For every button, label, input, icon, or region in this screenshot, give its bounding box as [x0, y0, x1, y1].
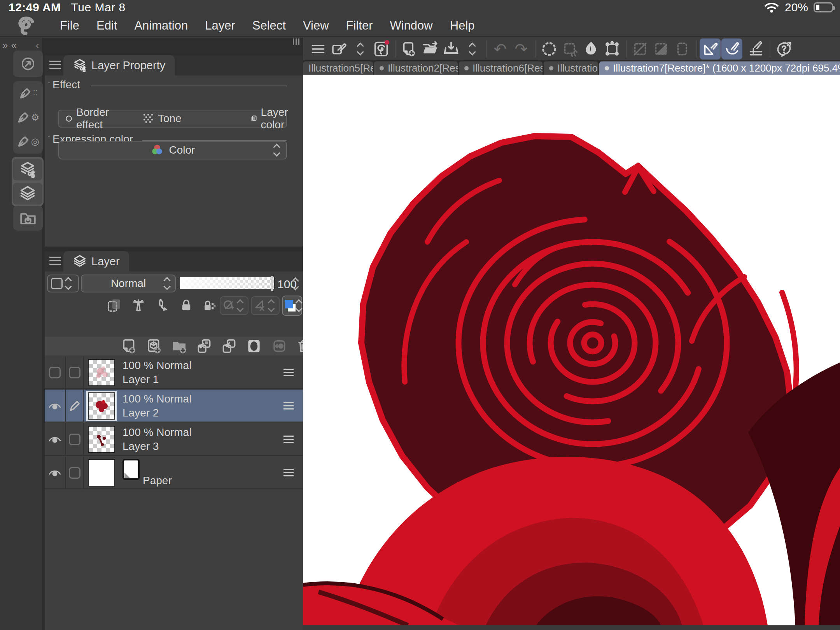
- layer-color-swatch-combo[interactable]: [282, 296, 302, 316]
- layer-property-menu-icon[interactable]: [49, 61, 61, 69]
- visibility-checkbox[interactable]: [49, 367, 61, 378]
- lock-transparent-pixels-icon[interactable]: [203, 298, 217, 312]
- layer-row-menu-icon[interactable]: [284, 469, 294, 476]
- layer-row-3[interactable]: 100 % Normal Layer 3: [45, 423, 303, 456]
- snap-to-ruler-button[interactable]: [700, 38, 721, 60]
- menu-layer[interactable]: Layer: [196, 19, 244, 33]
- dock-material-button[interactable]: [13, 206, 43, 231]
- collapse-left-icon[interactable]: «: [11, 39, 16, 51]
- layer-property-tab[interactable]: Layer Property: [63, 55, 175, 75]
- redo-button[interactable]: ↷: [511, 38, 532, 60]
- enable-mask-combo[interactable]: [220, 296, 248, 315]
- menu-file[interactable]: File: [51, 19, 88, 33]
- open-in-clip-studio-button[interactable]: [329, 38, 350, 60]
- tab-illustration2[interactable]: Illustration2[Res: [374, 61, 458, 75]
- launch-selection-button[interactable]: [560, 38, 581, 60]
- save-button[interactable]: [441, 38, 462, 60]
- dock-layer-button[interactable]: [13, 183, 42, 205]
- ruler-range-combo[interactable]: [251, 296, 280, 315]
- dock-layer-property-button[interactable]: [13, 159, 42, 180]
- dock-sub-tool-button[interactable]: ⁚⁚: [19, 87, 37, 100]
- selection-border-button[interactable]: [672, 38, 693, 60]
- expand-right-icon[interactable]: »: [2, 39, 7, 51]
- border-effect-button[interactable]: Border effect: [65, 106, 114, 131]
- layer-row-menu-icon[interactable]: [284, 369, 294, 376]
- save-expand-chevrons[interactable]: [462, 38, 483, 60]
- layer-row-menu-icon[interactable]: [284, 436, 294, 443]
- canvas[interactable]: [303, 75, 840, 625]
- panel-resize-handle[interactable]: [293, 38, 303, 45]
- opacity-chevrons-icon[interactable]: [293, 278, 298, 289]
- fill-tool-button[interactable]: [581, 38, 602, 60]
- create-layer-mask-icon[interactable]: [246, 338, 262, 354]
- layer-thumbnail[interactable]: [88, 392, 115, 420]
- transform-button[interactable]: [602, 38, 623, 60]
- tab-illustration5[interactable]: Illustration5[Res: [303, 61, 373, 75]
- new-canvas-button[interactable]: [399, 38, 420, 60]
- menu-help[interactable]: Help: [441, 19, 483, 33]
- eye-icon[interactable]: [48, 401, 61, 411]
- snap-to-grid-button[interactable]: [746, 38, 766, 60]
- layer-panel-tab[interactable]: Layer: [63, 251, 129, 271]
- main-menu-button[interactable]: [308, 38, 329, 60]
- toolbar-expand-chevrons[interactable]: [350, 38, 371, 60]
- command-bar: ↶ ↷: [303, 38, 840, 60]
- tone-button[interactable]: Tone: [142, 112, 182, 125]
- layer-row-paper[interactable]: Paper: [45, 457, 303, 489]
- clip-studio-paint-logo-icon[interactable]: [15, 16, 39, 36]
- apply-mask-icon[interactable]: [271, 338, 287, 354]
- menu-select[interactable]: Select: [244, 19, 294, 33]
- layer-row-1[interactable]: 100 % Normal Layer 1: [45, 356, 303, 389]
- eye-icon[interactable]: [48, 468, 61, 478]
- layer-thumbnail[interactable]: [88, 359, 115, 386]
- layer-color-button[interactable]: Layer color: [250, 106, 293, 131]
- dock-tool-property-button[interactable]: ⚙: [17, 111, 40, 124]
- blend-mode-dropdown[interactable]: Normal: [81, 275, 176, 292]
- clip-studio-paint-app: 12:49 AMTue Mar 8 20% File Edit Animatio…: [0, 0, 840, 630]
- dock-sub-tool-detail-button[interactable]: ◎: [17, 135, 39, 148]
- eye-icon[interactable]: [48, 434, 61, 444]
- select-checkbox[interactable]: [69, 367, 80, 378]
- collapse-panel-icon[interactable]: ‹: [36, 40, 39, 51]
- tab-illustration4[interactable]: Illustration4[Res: [544, 61, 598, 75]
- combo-chevrons-icon: [66, 278, 71, 289]
- layer-panel-menu-icon[interactable]: [49, 257, 61, 265]
- opacity-slider[interactable]: [180, 277, 275, 289]
- menu-animation[interactable]: Animation: [126, 19, 196, 33]
- layer-thumbnail[interactable]: [88, 426, 115, 453]
- undo-button[interactable]: ↶: [490, 38, 511, 60]
- open-file-button[interactable]: [420, 38, 441, 60]
- merge-with-lower-layer-icon[interactable]: [221, 338, 237, 354]
- snap-to-special-ruler-button[interactable]: [721, 38, 742, 60]
- transfer-to-lower-layer-icon[interactable]: [196, 338, 212, 354]
- document-area: ↶ ↷: [303, 38, 840, 630]
- clip-studio-app-button[interactable]: [371, 38, 392, 60]
- reference-layer-icon[interactable]: [155, 298, 170, 313]
- select-checkbox[interactable]: [69, 467, 80, 479]
- dock-quick-access-button[interactable]: [13, 51, 43, 77]
- tab-illustration6[interactable]: Illustration6[Res: [459, 61, 542, 75]
- new-raster-layer-icon[interactable]: [122, 338, 137, 354]
- menu-filter[interactable]: Filter: [338, 19, 382, 33]
- tab-illustration7-active[interactable]: Illustration7[Restore]* (1600 x 1200px 7…: [599, 61, 840, 75]
- paper-thumbnail[interactable]: [88, 459, 115, 486]
- menu-edit[interactable]: Edit: [88, 19, 126, 33]
- opacity-slider-handle[interactable]: [271, 276, 273, 291]
- draft-layer-icon[interactable]: [131, 298, 146, 313]
- lock-layer-icon[interactable]: [179, 298, 193, 312]
- rose-artwork: [303, 75, 840, 625]
- new-vector-layer-icon[interactable]: [147, 338, 162, 354]
- layer-row-menu-icon[interactable]: [284, 402, 294, 410]
- expression-color-dropdown[interactable]: Color: [58, 141, 287, 159]
- invert-selection-button[interactable]: [651, 38, 672, 60]
- select-checkbox[interactable]: [69, 434, 80, 445]
- deselect-button[interactable]: [630, 38, 651, 60]
- menu-window[interactable]: Window: [381, 19, 441, 33]
- palette-color-combo[interactable]: [47, 275, 79, 292]
- help-button[interactable]: [774, 38, 794, 60]
- workspace: » « ‹ ⁚⁚ ⚙ ◎: [0, 38, 840, 630]
- clip-to-layer-below-icon[interactable]: [107, 298, 122, 313]
- menu-view[interactable]: View: [294, 19, 338, 33]
- layer-row-2[interactable]: 100 % Normal Layer 2: [45, 390, 303, 422]
- new-layer-folder-icon[interactable]: [172, 338, 187, 354]
